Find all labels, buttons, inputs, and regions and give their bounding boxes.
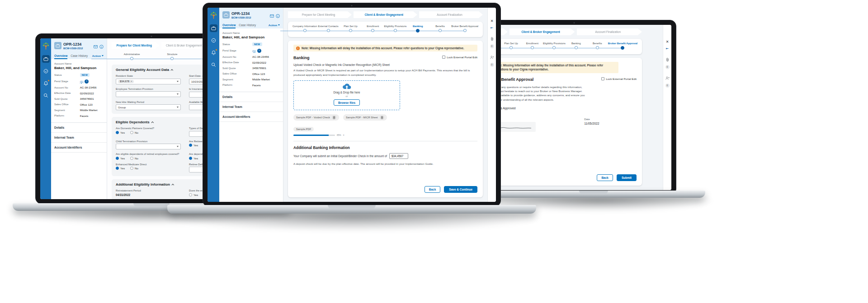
close-icon[interactable]: ✕: [491, 19, 494, 23]
panel-section-link[interactable]: Details: [219, 92, 283, 102]
account-field-row: Segment Middle Market: [222, 78, 280, 81]
info-icon[interactable]: [276, 12, 280, 20]
attachments-icon[interactable]: [490, 35, 494, 43]
stepper-step[interactable]: Eligibility Provisions: [543, 42, 566, 51]
collapse-icon[interactable]: [151, 121, 154, 124]
resident-state-select[interactable]: $34,678×: [116, 79, 181, 84]
panel-section-link[interactable]: Internal Team: [51, 133, 107, 143]
breadcrumb-tab[interactable]: Prepare for Client Meeting: [288, 11, 352, 18]
stepper-step[interactable]: Benefits: [587, 42, 608, 51]
lock-external-portal-checkbox[interactable]: Lock External Portal Edit: [442, 56, 477, 59]
stepper-step[interactable]: Eligibility Provisions: [384, 25, 407, 33]
panel-section-link[interactable]: Internal Team: [219, 102, 283, 112]
breadcrumb-tab[interactable]: Client & Broker Engagement: [354, 11, 417, 18]
child-termination-select[interactable]: [116, 144, 181, 149]
stepper-step[interactable]: Benefits: [429, 25, 451, 33]
stepper-step[interactable]: Company Information: [292, 25, 317, 33]
browse-files-button[interactable]: Browse files: [334, 99, 360, 106]
back-button[interactable]: Back: [425, 186, 441, 193]
enhanced-medicare-no-radio[interactable]: No: [130, 167, 138, 170]
enhanced-medicare-yes-radio[interactable]: Yes: [116, 167, 125, 170]
pend-stage-arrow-icon[interactable]: ›: [257, 49, 261, 53]
stepper-step[interactable]: Plan Set Up: [500, 42, 522, 51]
breadcrumb-tab[interactable]: Account Finalization: [577, 28, 642, 35]
tasks-icon[interactable]: [210, 37, 217, 44]
close-icon[interactable]: ✕: [666, 40, 669, 44]
delete-file-icon[interactable]: [332, 115, 336, 120]
employee-termination-select[interactable]: [116, 91, 181, 97]
collapse-panel-icon[interactable]: ⇤: [666, 47, 669, 51]
notifications-icon[interactable]: [210, 49, 217, 56]
panel-section-link[interactable]: Account Identifiers: [219, 112, 283, 122]
stepper-step[interactable]: Banking: [406, 25, 429, 33]
step-dot: [621, 46, 624, 50]
submit-button[interactable]: Submit: [617, 174, 637, 181]
dependent-benefits-yes-radio[interactable]: Yes: [189, 157, 198, 160]
approval-date: 11/05/2022: [584, 122, 599, 125]
panel-section-link[interactable]: Details: [51, 123, 107, 133]
new-hire-waiting-select[interactable]: Group: [116, 104, 181, 110]
domestic-partners-yes-radio[interactable]: Yes: [116, 131, 125, 134]
stepper-step[interactable]: External Contacts: [317, 25, 339, 33]
breadcrumb-tab[interactable]: Client & Broker Engagement: [509, 28, 575, 35]
cases-icon[interactable]: [42, 55, 50, 63]
case-id: OPR-1234: [231, 11, 268, 16]
remove-chip-icon[interactable]: ×: [131, 80, 132, 83]
tasks-icon[interactable]: [42, 67, 50, 75]
tab-case-history[interactable]: Case History: [71, 54, 88, 59]
attachments-icon[interactable]: [665, 56, 670, 64]
cobra-yes-radio[interactable]: Yes: [189, 193, 198, 196]
account-field-row: Sales Office Office 123: [222, 72, 280, 75]
benefits-approved-checkbox[interactable]: ✓ Benefits Approved: [487, 107, 637, 110]
tab-case-history[interactable]: Case History: [239, 23, 256, 28]
file-dropzone[interactable]: Drag & Drop file here or Browse files: [293, 80, 400, 110]
collapse-panel-icon[interactable]: ⇤: [491, 26, 493, 30]
breadcrumb-tab[interactable]: Prepare for Client Meeting: [112, 42, 160, 49]
step-dot: [531, 46, 534, 49]
domestic-partners-no-radio[interactable]: No: [130, 131, 138, 134]
deposit-amount-input[interactable]: $34,4567: [389, 153, 408, 159]
attachments-count-badge: 0: [665, 65, 670, 69]
action-menu[interactable]: Action: [269, 23, 280, 28]
stepper-step[interactable]: Enrollment: [362, 25, 384, 33]
collaborators-icon[interactable]: [490, 53, 494, 61]
checkbox-box: [442, 56, 445, 59]
search-icon[interactable]: [210, 61, 217, 69]
pend-stage-arrow-icon[interactable]: ›: [85, 79, 89, 84]
collapse-icon[interactable]: [170, 69, 173, 71]
upload-instruction: Upload Voided Check or Magnetic Ink Char…: [293, 63, 477, 66]
pend-stage-row: Pend Stage(1)›: [222, 49, 280, 53]
save-continue-button[interactable]: Save & Continue: [444, 186, 477, 193]
mail-icon[interactable]: [94, 42, 98, 51]
delete-file-icon[interactable]: [380, 115, 384, 120]
retired-dependents-yes-radio[interactable]: Yes: [116, 157, 125, 160]
account-field-row: Sales Office Office 123: [54, 103, 104, 106]
stepper-step[interactable]: Administrative: [112, 53, 152, 61]
back-button[interactable]: Back: [597, 174, 613, 181]
pend-stage-link[interactable]: (1): [252, 49, 256, 52]
stepper-step[interactable]: Plan Set Up: [340, 25, 362, 33]
stepper-step[interactable]: Broker Benefit Approval: [451, 25, 478, 33]
stepper-step[interactable]: Enrollment: [522, 42, 543, 51]
collaborators-icon[interactable]: [665, 74, 670, 82]
breadcrumb-tab[interactable]: Account Finalization: [419, 11, 483, 18]
tab-overview[interactable]: Overview: [222, 23, 236, 28]
notifications-icon[interactable]: [42, 79, 50, 87]
stepper-step[interactable]: Banking: [566, 42, 587, 51]
lock-external-portal-checkbox[interactable]: Lock External Portal Edit: [601, 77, 637, 80]
search-icon[interactable]: [42, 92, 50, 99]
retired-dependents-no-radio[interactable]: No: [130, 157, 138, 160]
stepper-step[interactable]: Broker Benefit Approval: [608, 42, 637, 51]
info-icon[interactable]: [99, 42, 104, 51]
tab-overview[interactable]: Overview: [54, 54, 67, 59]
collapse-icon[interactable]: [171, 183, 174, 186]
retirees-covered-yes-radio[interactable]: Yes: [189, 144, 198, 147]
cancel-upload-icon[interactable]: ×: [343, 134, 344, 136]
cases-icon[interactable]: [210, 24, 217, 32]
laptop-center-base: [167, 205, 536, 214]
stepper-step[interactable]: Structure: [152, 53, 192, 61]
mail-icon[interactable]: [270, 12, 274, 20]
notification-dot: [215, 49, 217, 51]
panel-section-link[interactable]: Account Identifiers: [51, 143, 107, 153]
pend-stage-link[interactable]: (1): [80, 80, 84, 83]
